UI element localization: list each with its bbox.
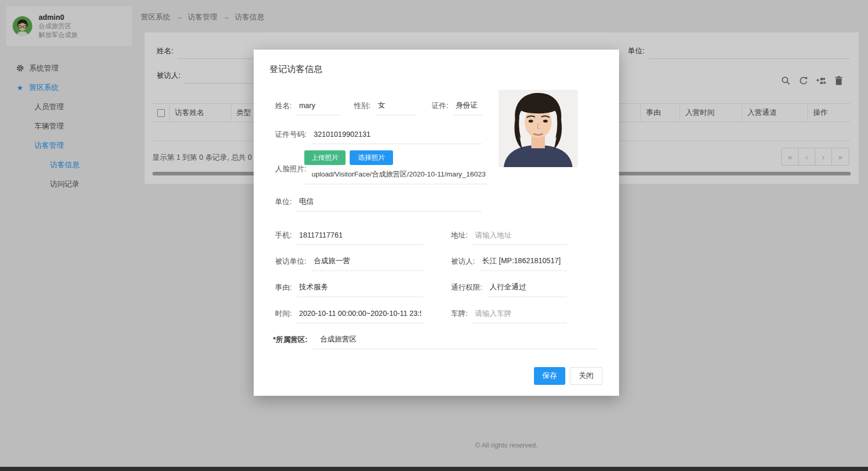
phone-input[interactable]	[297, 230, 423, 245]
phone-field-group: 手机:	[275, 230, 423, 245]
gender-field-group: 性别:	[354, 100, 417, 115]
address-input[interactable]	[473, 230, 567, 245]
address-label: 地址:	[451, 230, 468, 240]
name-field-group: 姓名:	[275, 100, 341, 115]
register-visitor-modal: 登记访客信息 姓名: 性别: 证件: 证件号码: 人脸照片: 上传照片 选择照片…	[254, 50, 619, 396]
id-type-field-group: 证件:	[432, 100, 483, 115]
plate-field-group: 车牌:	[451, 308, 567, 323]
plate-input[interactable]	[473, 308, 567, 323]
visited-unit-field-group: 被访单位:	[275, 256, 423, 271]
id-number-field-group: 证件号码:	[275, 129, 482, 144]
id-type-label: 证件:	[432, 100, 448, 111]
access-label: 通行权限:	[451, 282, 482, 292]
screen: admin0 合成旅营区 解放军合成旅 系统管理 ★ 营区系统 人	[0, 0, 868, 471]
gender-input[interactable]	[376, 100, 417, 115]
access-field-group: 通行权限:	[451, 282, 567, 297]
unit-input[interactable]	[297, 196, 482, 211]
close-button[interactable]: 关闭	[570, 367, 602, 385]
upload-photo-button[interactable]: 上传照片	[304, 150, 346, 165]
modal-title: 登记访客信息	[269, 63, 323, 75]
visited-unit-input[interactable]	[312, 256, 423, 271]
unit-label: 单位:	[275, 196, 292, 207]
visited-person-input[interactable]	[480, 256, 567, 271]
camp-field-group: *所属营区:	[273, 334, 598, 349]
reason-label: 事由:	[275, 282, 292, 292]
time-field-group: 时间:	[275, 308, 423, 323]
visitor-photo	[498, 90, 578, 167]
access-input[interactable]	[487, 282, 567, 297]
phone-label: 手机:	[275, 230, 292, 240]
name-label: 姓名:	[275, 100, 292, 111]
unit-field-group: 单位:	[275, 196, 482, 211]
modal-actions: 保存 关闭	[534, 367, 602, 385]
address-field-group: 地址:	[451, 230, 567, 245]
camp-input[interactable]	[313, 334, 598, 349]
id-number-label: 证件号码:	[275, 129, 306, 139]
reason-field-group: 事由:	[275, 282, 423, 297]
reason-input[interactable]	[297, 282, 423, 297]
visited-person-field-group: 被访人:	[451, 256, 567, 271]
visited-unit-label: 被访单位:	[275, 256, 306, 266]
face-photo-label: 人脸照片:	[275, 163, 306, 174]
time-label: 时间:	[275, 308, 292, 319]
visited-person-label: 被访人:	[451, 256, 475, 266]
time-input[interactable]	[297, 308, 423, 323]
choose-photo-button[interactable]: 选择照片	[350, 150, 393, 165]
camp-label: *所属营区:	[273, 334, 307, 345]
name-input[interactable]	[297, 100, 341, 115]
face-photo-field: 上传照片 选择照片 upload/VisitorFace/合成旅营区/2020-…	[304, 150, 487, 184]
face-photo-path: upload/VisitorFace/合成旅营区/2020-10-11/mary…	[304, 169, 487, 184]
save-button[interactable]: 保存	[534, 367, 565, 385]
face-photo-buttons: 上传照片 选择照片	[304, 150, 487, 165]
id-number-input[interactable]	[312, 129, 482, 144]
gender-label: 性别:	[354, 100, 371, 111]
id-type-input[interactable]	[454, 100, 483, 115]
plate-label: 车牌:	[451, 308, 468, 319]
